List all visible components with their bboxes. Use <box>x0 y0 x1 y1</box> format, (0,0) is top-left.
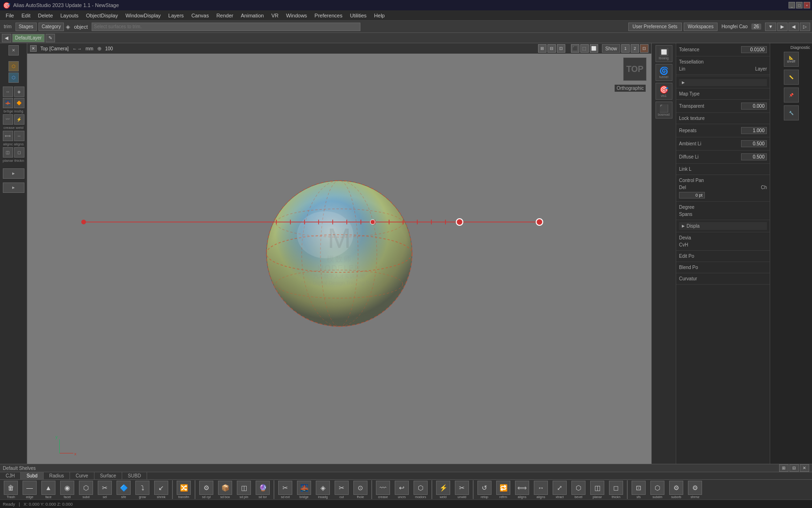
viewport-close-btn[interactable]: ✕ <box>30 45 37 52</box>
shelf-sdcyl[interactable]: ⚙ sd cyl <box>197 481 215 499</box>
vp-icon3[interactable]: ⊡ <box>557 44 565 53</box>
shelf-unwld[interactable]: ✂ unwld <box>453 481 471 499</box>
tolerance-value[interactable]: 0.0100 <box>741 46 767 53</box>
shelf-thickn[interactable]: ◻ thickn <box>607 481 625 499</box>
shelf-planar[interactable]: ◫ planar <box>588 481 606 499</box>
shelf-btn1[interactable]: ⊞ <box>779 464 789 472</box>
stages-btn[interactable]: Stages <box>16 23 37 31</box>
shelf-modors[interactable]: ⬡ modors <box>412 481 429 499</box>
tab-subd[interactable]: Subd <box>21 472 43 479</box>
insadg2-icon[interactable]: 🔶 <box>14 98 24 108</box>
insadg-icon[interactable]: ◈ <box>14 87 24 97</box>
transparent-value[interactable]: 0.000 <box>741 103 767 110</box>
menu-file[interactable]: File <box>2 12 18 19</box>
shelf-btn2[interactable]: ⊟ <box>789 464 799 472</box>
vp-icon7[interactable]: 1 <box>621 44 630 53</box>
rp-lboang[interactable]: 🔲 lboang <box>656 45 672 62</box>
display-header[interactable]: ▶ Displa <box>679 222 767 230</box>
shelf-sife[interactable]: 🔷 sife <box>115 481 133 499</box>
rp-bosmod[interactable]: ⬛ bosmod <box>656 102 672 119</box>
menu-layers[interactable]: Layers <box>164 12 187 19</box>
shelf-sdtor[interactable]: 🔮 sd tor <box>254 481 272 499</box>
shelf-sfs[interactable]: ⊡ sfs <box>630 481 648 499</box>
menu-vr[interactable]: VR <box>267 12 282 19</box>
diffuse-value[interactable]: 0.500 <box>741 153 767 160</box>
vp-icon4[interactable]: ⬛ <box>571 44 579 53</box>
menu-canvas[interactable]: Canvas <box>187 12 212 19</box>
planar-icon[interactable]: ◫ <box>3 147 13 158</box>
left-collapse-1[interactable]: ▶ <box>3 168 24 179</box>
minimize-btn[interactable]: _ <box>789 2 795 8</box>
diag-icon4[interactable]: 🔧 <box>784 105 799 120</box>
shelf-grow[interactable]: ⤵ grow <box>133 481 151 499</box>
window-controls[interactable]: _ □ × <box>789 2 810 8</box>
menu-objectdisplay[interactable]: ObjectDisplay <box>82 12 122 19</box>
maximize-btn[interactable]: □ <box>796 2 803 8</box>
menu-render[interactable]: Render <box>212 12 237 19</box>
diag-icon3[interactable]: 📌 <box>784 87 799 103</box>
shelf-suborb[interactable]: ⚙ suborb <box>667 481 685 499</box>
toolbar-icon2[interactable]: ▶ <box>777 23 788 31</box>
shelf-aligns1[interactable]: ⟺ aligns <box>513 481 531 499</box>
left-tool-3[interactable]: ⬡ <box>8 72 19 83</box>
shelf-sdext[interactable]: ✂ sd ext <box>276 481 294 499</box>
tab-curve[interactable]: Curve <box>70 472 94 479</box>
menu-windows[interactable]: Windows <box>282 12 311 19</box>
vp-icon2[interactable]: ⊟ <box>547 44 556 53</box>
left-tool-2[interactable]: ⬡ <box>8 61 19 71</box>
thickn-icon[interactable]: ◻ <box>14 147 24 158</box>
menu-help[interactable]: Help <box>370 12 389 19</box>
shelf-shrink[interactable]: ↙ shrink <box>152 481 170 499</box>
shelf-uncrs[interactable]: ↩ uncrs <box>393 481 411 499</box>
repeats-value[interactable]: 1.000 <box>741 127 767 134</box>
tab-cjh[interactable]: CJH <box>0 472 21 479</box>
shelf-aligns2[interactable]: ↔ aligns <box>532 481 550 499</box>
shelf-shrmz[interactable]: ⚙ shrmz <box>686 481 704 499</box>
workspaces-btn[interactable]: Workspaces <box>684 23 718 31</box>
shelf-trash[interactable]: 🗑 Trash <box>2 481 20 499</box>
toolbar-icon3[interactable]: ◀ <box>789 23 799 31</box>
rp-tunnel[interactable]: 🌀 tunnel <box>656 64 672 81</box>
left-tool-1[interactable]: ✕ <box>8 45 19 56</box>
aligns-icon[interactable]: ↔ <box>14 131 24 141</box>
shelf-btn3[interactable]: ✕ <box>800 464 809 472</box>
tab-subd2[interactable]: SUBD <box>122 472 147 479</box>
shelf-bevel[interactable]: ⬡ bevel <box>570 481 587 499</box>
shelf-subdm[interactable]: ⬡ subdm <box>648 481 666 499</box>
shelf-insadg[interactable]: ◈ insadg <box>314 481 332 499</box>
shelf-sdpln[interactable]: ◫ sd pln <box>235 481 253 499</box>
toolbar-icon1[interactable]: ▼ <box>765 23 776 31</box>
collapse-header[interactable]: ▶ <box>679 79 767 86</box>
shelf-weld[interactable]: ⚡ weld <box>434 481 452 499</box>
viewport[interactable]: ✕ Top [Camera] ←→ mm ⊕ 100 ⊞ ⊟ ⊡ ⬛ ⬚ ⬜ S… <box>27 43 651 464</box>
shelf-xtract[interactable]: ⤢ xtract <box>551 481 569 499</box>
bridge-icon[interactable]: ↔ <box>3 87 13 97</box>
left-collapse-2[interactable]: ▶ <box>3 183 24 193</box>
menu-layouts[interactable]: Layouts <box>57 12 83 19</box>
tab-surface[interactable]: Surface <box>94 472 122 479</box>
rp-vis1[interactable]: 🎯 vis1 <box>656 83 672 100</box>
show-button[interactable]: Show <box>602 44 620 53</box>
tab-radius[interactable]: Radius <box>44 472 70 479</box>
weld-icon[interactable]: ⚡ <box>14 114 24 125</box>
shelf-bridge[interactable]: 🌉 bridge <box>295 481 313 499</box>
shelf-edge[interactable]: — edge <box>21 481 39 499</box>
shelf-cut[interactable]: ✂ cut <box>333 481 351 499</box>
nav-back-btn[interactable]: ◀ <box>2 34 11 42</box>
vp-icon9[interactable]: ⊡ <box>640 44 648 53</box>
align2-icon[interactable]: ⟺ <box>3 131 13 141</box>
toolbar-icon4[interactable]: ▷ <box>800 23 810 31</box>
layer-edit-btn[interactable]: ✎ <box>46 34 55 42</box>
shelf-crease[interactable]: 〰 crease <box>374 481 392 499</box>
bridge2-icon[interactable]: 🌉 <box>3 98 13 108</box>
diag-icon1[interactable]: 📐 shrdff <box>784 52 799 67</box>
menu-utilities[interactable]: Utilities <box>346 12 370 19</box>
menu-edit[interactable]: Edit <box>18 12 34 19</box>
vp-icon5[interactable]: ⬚ <box>580 44 589 53</box>
default-layer-btn[interactable]: DefaultLayer <box>12 34 45 42</box>
shelf-subd[interactable]: ⬡ subd <box>77 481 95 499</box>
menu-delete[interactable]: Delete <box>34 12 57 19</box>
close-btn[interactable]: × <box>804 2 810 8</box>
menu-windowdisplay[interactable]: WindowDisplay <box>122 12 164 19</box>
shelf-sel[interactable]: ✂ sel <box>96 481 114 499</box>
